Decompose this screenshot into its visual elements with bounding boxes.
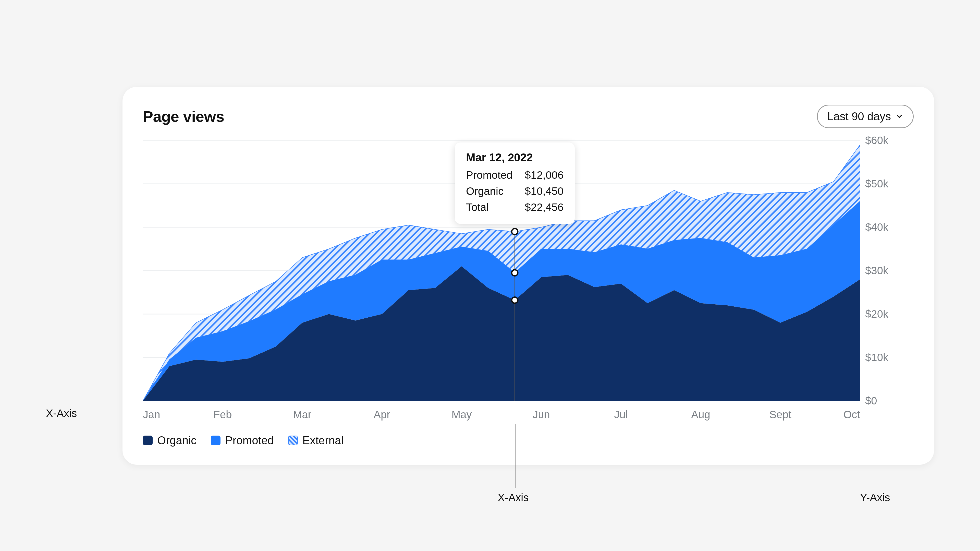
tooltip-row: Promoted $12,006 — [466, 167, 563, 183]
y-tick-label: $40k — [865, 221, 888, 233]
legend-swatch-promoted — [211, 436, 221, 445]
chart-title: Page views — [143, 108, 224, 125]
annotation-line — [515, 424, 515, 488]
legend-swatch-organic — [143, 436, 153, 445]
legend-item-organic: Organic — [143, 434, 197, 447]
time-range-dropdown[interactable]: Last 90 days — [817, 105, 914, 128]
y-tick-label: $30k — [865, 264, 888, 277]
legend-label-promoted: Promoted — [225, 434, 274, 447]
legend-item-external: External — [288, 434, 344, 447]
annotation-x-axis-side: X-Axis — [46, 407, 77, 419]
y-tick-label: $60k — [865, 134, 888, 147]
y-tick-label: $50k — [865, 178, 888, 190]
tooltip-row: Organic $10,450 — [466, 183, 563, 199]
tooltip-row-label: Total — [466, 199, 489, 215]
y-tick-label: $0 — [865, 395, 877, 407]
x-tick-label: Oct — [843, 409, 860, 421]
chart-tooltip: Mar 12, 2022 Promoted $12,006 Organic $1… — [455, 142, 575, 224]
x-tick-label: May — [452, 409, 472, 421]
svg-point-11 — [512, 229, 518, 235]
x-axis-ticks: JanFebMarAprMayJunJulAugSeptOct — [143, 409, 860, 424]
x-tick-label: Mar — [293, 409, 311, 421]
tooltip-row-label: Promoted — [466, 167, 512, 183]
x-tick-label: Aug — [691, 409, 710, 421]
x-tick-label: Feb — [213, 409, 232, 421]
x-tick-label: Jun — [533, 409, 550, 421]
tooltip-row-value: $12,006 — [525, 167, 563, 183]
tooltip-row: Total $22,456 — [466, 199, 563, 215]
legend-item-promoted: Promoted — [211, 434, 274, 447]
x-tick-label: Sept — [770, 409, 791, 421]
svg-point-9 — [512, 297, 518, 303]
legend-label-external: External — [302, 434, 344, 447]
svg-point-10 — [512, 270, 518, 276]
annotation-line — [877, 424, 877, 488]
x-tick-label: Apr — [374, 409, 390, 421]
card-header: Page views Last 90 days — [143, 105, 914, 128]
x-tick-label: Jul — [614, 409, 628, 421]
chart-card: Page views Last 90 days $0$10k$20k$30k$4… — [123, 87, 934, 465]
tooltip-row-value: $22,456 — [525, 199, 563, 215]
legend-label-organic: Organic — [157, 434, 197, 447]
chart-legend: Organic Promoted External — [143, 434, 344, 447]
chevron-down-icon — [896, 113, 903, 120]
y-axis-ticks: $0$10k$20k$30k$40k$50k$60k — [865, 140, 916, 401]
y-tick-label: $20k — [865, 308, 888, 320]
legend-swatch-external — [288, 436, 298, 445]
tooltip-row-label: Organic — [466, 183, 504, 199]
y-tick-label: $10k — [865, 351, 888, 363]
tooltip-row-value: $10,450 — [525, 183, 563, 199]
annotation-y-axis-bottom: Y-Axis — [860, 492, 890, 504]
x-tick-label: Jan — [143, 409, 160, 421]
annotation-x-axis-bottom: X-Axis — [498, 492, 528, 504]
annotation-line — [84, 414, 133, 414]
time-range-label: Last 90 days — [827, 110, 891, 123]
tooltip-date: Mar 12, 2022 — [466, 151, 563, 164]
